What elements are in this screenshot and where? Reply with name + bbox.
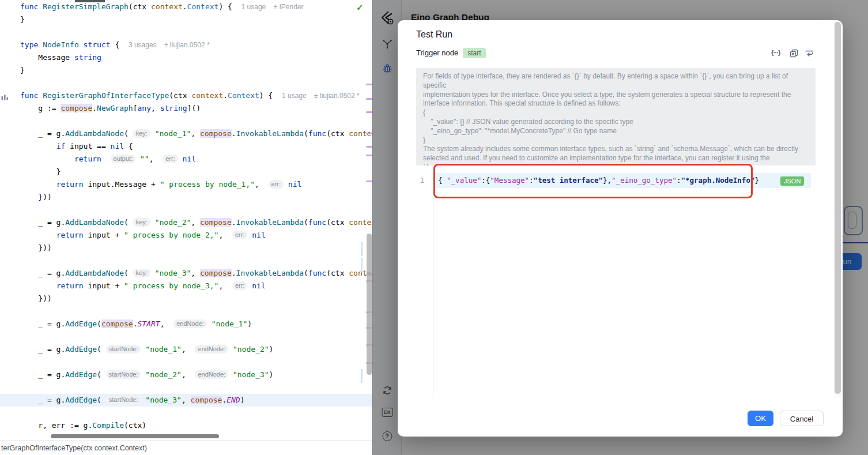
code-line[interactable]: _ = g.AddEdge( startNode: "node_2", endN… xyxy=(0,368,372,381)
code-token: type xyxy=(20,40,43,49)
code-token: } xyxy=(20,15,25,24)
code-token: { xyxy=(111,40,129,49)
code-line[interactable]: return input + " process by node_2,", er… xyxy=(0,229,372,242)
code-line[interactable] xyxy=(0,254,372,267)
code-line[interactable] xyxy=(0,26,372,39)
breadcrumb[interactable]: terGraphOfInterfaceType(ctx context.Cont… xyxy=(0,441,372,455)
code-token: ) xyxy=(247,319,252,328)
code-editor[interactable]: func RegisterSimpleGraph(ctx context.Con… xyxy=(0,0,372,441)
code-token: string xyxy=(74,53,101,62)
code-token: AddLambdaNode xyxy=(65,269,124,277)
code-token: func xyxy=(308,269,326,277)
code-line[interactable]: g := compose.NewGraph[any, string]() xyxy=(0,102,372,115)
code-line[interactable]: })) xyxy=(0,292,372,305)
code-token: [ xyxy=(133,104,138,112)
info-lines: For fields of type interface, they are r… xyxy=(423,72,809,166)
code-token xyxy=(150,129,155,138)
code-line[interactable]: _ = g.AddLambdaNode( key: "node_3", comp… xyxy=(0,267,372,280)
code-token: context xyxy=(349,218,372,227)
code-line[interactable]: Message string xyxy=(0,51,372,64)
code-token: , xyxy=(151,104,160,112)
json-input-line[interactable]: { "_value":{"Message":"test interface"},… xyxy=(438,173,759,188)
code-line[interactable] xyxy=(0,330,372,343)
dialog-scrollbar-thumb[interactable] xyxy=(835,22,841,394)
code-token: compose xyxy=(200,218,232,227)
code-token: InvokableLambda xyxy=(236,129,304,138)
code-line[interactable] xyxy=(0,407,372,419)
code-line[interactable]: r, err := g.Compile(ctx) xyxy=(0,419,372,432)
editor-horizontal-scrollbar[interactable] xyxy=(51,434,219,438)
code-token: _ = g. xyxy=(20,319,65,328)
vcs-marker xyxy=(366,84,372,85)
copy-icon[interactable] xyxy=(790,49,798,60)
code-line[interactable]: })) xyxy=(0,242,372,254)
code-line[interactable]: func RegisterGraphOfInterfaceType(ctx co… xyxy=(0,89,372,102)
code-line[interactable]: } xyxy=(0,64,372,77)
code-token xyxy=(101,155,111,163)
vcs-marker xyxy=(366,146,372,148)
code-line[interactable] xyxy=(0,381,372,394)
code-token: input.Message + xyxy=(84,180,160,189)
code-token: } xyxy=(20,66,25,74)
code-line[interactable]: return input.Message + " process by node… xyxy=(0,178,372,191)
code-line[interactable] xyxy=(0,204,372,216)
code-token: (ctx) xyxy=(124,421,146,430)
code-token: 3 usages ± liujian.0502 * xyxy=(129,41,210,49)
code-token: , xyxy=(182,396,191,404)
code-line[interactable]: _ = g.AddLambdaNode( key: "node_1", comp… xyxy=(0,127,372,140)
code-token: " process by node_1," xyxy=(160,180,255,189)
code-token: } xyxy=(20,167,61,176)
code-token: } xyxy=(754,176,759,185)
code-token: END xyxy=(227,396,240,404)
wrap-lines-icon[interactable] xyxy=(805,49,814,59)
code-line[interactable]: })) xyxy=(0,191,372,204)
code-token: if xyxy=(56,142,66,151)
cancel-button[interactable]: Cancel xyxy=(780,411,824,426)
info-line: implementation types for the interface. … xyxy=(423,91,809,100)
code-token: "node_2" xyxy=(233,345,269,354)
info-line: "_eino_go_type": "*model.MyConcreteType"… xyxy=(423,127,809,136)
code-line[interactable] xyxy=(0,77,372,89)
code-token: 1 usage ± liujian.0502 * xyxy=(282,92,360,100)
code-line[interactable]: return input + " process by node_3,", er… xyxy=(0,280,372,292)
code-token: ( xyxy=(97,396,106,404)
code-token: . xyxy=(133,319,138,328)
code-token: err: xyxy=(269,180,284,189)
code-token: (ctx xyxy=(326,129,349,138)
info-line: interface information. This special stru… xyxy=(423,99,809,108)
code-line[interactable]: _ = g.AddEdge( startNode: "node_1", endN… xyxy=(0,343,372,356)
code-line[interactable]: return output: "", err: nil xyxy=(0,153,372,166)
code-line[interactable]: } xyxy=(0,13,372,26)
code-token: (ctx xyxy=(169,91,191,100)
code-token: err: xyxy=(163,155,178,163)
code-token: ( xyxy=(97,319,101,328)
code-token: NodeInfo xyxy=(43,40,79,49)
code-token: , xyxy=(191,129,200,138)
code-line[interactable]: } xyxy=(0,166,372,178)
code-token: nil xyxy=(182,155,195,163)
json-braces-icon[interactable]: {···} xyxy=(771,49,780,56)
code-token: ( xyxy=(304,269,308,277)
code-line[interactable]: type NodeInfo struct { 3 usages ± liujia… xyxy=(0,39,372,51)
code-token xyxy=(207,319,212,328)
code-line[interactable] xyxy=(0,305,372,318)
code-line[interactable]: _ = g.AddEdge( startNode: "node_3", comp… xyxy=(0,394,372,407)
ok-button[interactable]: OK xyxy=(748,411,773,426)
code-token xyxy=(20,180,56,189)
editor-vertical-scrollbar[interactable] xyxy=(367,234,372,375)
code-line[interactable]: func RegisterSimpleGraph(ctx context.Con… xyxy=(0,1,372,13)
code-token: AddEdge xyxy=(65,319,97,328)
inspection-ok-icon[interactable]: ✓ xyxy=(356,2,364,13)
code-line[interactable] xyxy=(0,356,372,368)
code-token: func xyxy=(308,129,326,138)
code-token: g := xyxy=(20,104,61,112)
breadcrumb-bar[interactable]: terGraphOfInterfaceType(ctx context.Cont… xyxy=(0,441,372,455)
code-line[interactable] xyxy=(0,115,372,127)
code-line[interactable]: _ = g.AddEdge(compose.START, endNode: "n… xyxy=(0,318,372,330)
code-line[interactable]: _ = g.AddLambdaNode( key: "node_2", comp… xyxy=(0,216,372,229)
brace-match-marker xyxy=(361,242,363,256)
code-token: . xyxy=(223,91,228,100)
code-line[interactable]: if input == nil { xyxy=(0,140,372,153)
gutter-chart-icon[interactable] xyxy=(1,92,9,103)
code-token: _ = g. xyxy=(20,370,65,379)
